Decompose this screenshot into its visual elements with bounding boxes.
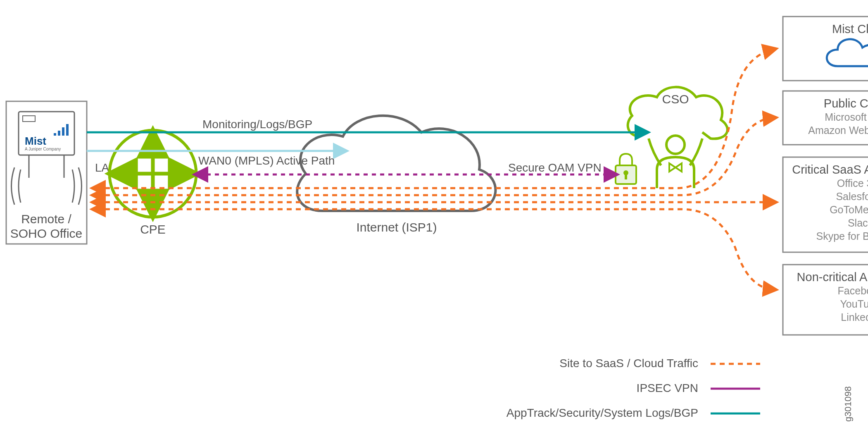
right-box-3: Non-critical ApplicationsFacebookYouTube…	[783, 265, 868, 335]
right-box-2-sub-2: GoToMeeting	[830, 204, 868, 215]
legend-label-2: AppTrack/Security/System Logs/BGP	[507, 406, 698, 419]
svg-rect-4	[62, 127, 64, 136]
right-box-3-sub-1: YouTube	[840, 298, 868, 310]
remote-office-label-1: Remote /	[21, 212, 71, 226]
right-box-2: Critical SaaS ApplicationsOffice 365Sale…	[783, 157, 868, 252]
right-box-2-sub-0: Office 365	[837, 177, 868, 189]
right-box-2-sub-1: Salesforce	[836, 191, 868, 202]
right-box-2-sub-4: Skype for Business	[816, 230, 868, 242]
legend-row-1: IPSEC VPN	[637, 382, 760, 394]
cloud-icon	[827, 39, 868, 66]
right-box-title-3: Non-critical Applications	[797, 270, 868, 284]
remote-office-label-2: SOHO Office	[10, 227, 83, 240]
right-box-2-sub-3: Slack	[848, 217, 868, 229]
mist-logo-text: Mist	[25, 135, 46, 147]
svg-rect-15	[625, 174, 627, 179]
cso-label: CSO	[662, 92, 689, 106]
svg-point-12	[666, 136, 685, 154]
remote-office-box: Mist A Juniper Company Remote / SOHO Off…	[6, 101, 87, 244]
right-box-3-sub-2: LinkedIn	[841, 311, 868, 323]
legend-label-0: Site to SaaS / Cloud Traffic	[559, 357, 698, 370]
wan0-label: WAN0 (MPLS) Active Path	[198, 154, 335, 167]
right-box-title-1: Public Clouds	[824, 97, 868, 110]
right-box-3-sub-0: Facebook	[838, 285, 868, 296]
svg-rect-3	[66, 124, 69, 136]
lock-icon	[616, 154, 636, 184]
right-box-0: Mist Cloud	[783, 17, 868, 81]
svg-rect-6	[54, 133, 56, 136]
right-box-1-sub-0: Microsoft Azure	[825, 111, 868, 123]
legend-row-2: AppTrack/Security/System Logs/BGP	[507, 406, 760, 419]
svg-rect-5	[58, 131, 60, 136]
cpe-label: CPE	[140, 222, 166, 236]
cso-icon: CSO	[628, 87, 728, 188]
legend-row-0: Site to SaaS / Cloud Traffic	[559, 357, 760, 370]
right-box-1-sub-1: Amazon Web Services	[808, 124, 868, 136]
internet-label: Internet (ISP1)	[356, 220, 437, 234]
right-box-title-2: Critical SaaS Applications	[792, 163, 868, 176]
oam-label: Secure OAM VPN	[508, 161, 602, 174]
mist-logo-sub: A Juniper Company	[25, 147, 61, 151]
svg-rect-2	[23, 116, 35, 122]
cpe-icon: CPE	[109, 130, 196, 236]
right-box-1: Public CloudsMicrosoft AzureAmazon Web S…	[783, 91, 868, 145]
legend-label-1: IPSEC VPN	[637, 382, 698, 394]
right-box-title-0: Mist Cloud	[832, 22, 868, 36]
monitoring-label: Monitoring/Logs/BGP	[202, 118, 312, 131]
image-id: g301098	[843, 386, 853, 422]
